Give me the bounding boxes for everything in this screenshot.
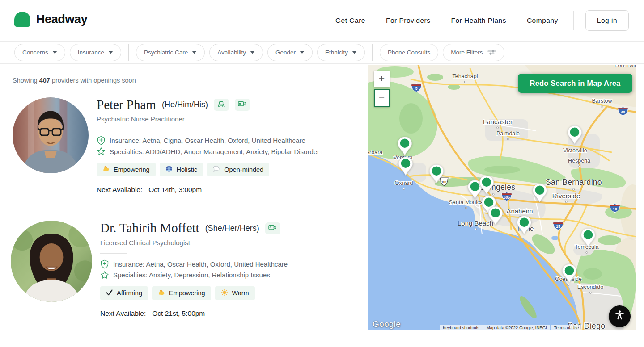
map-label-victorville: Victorville [563,147,587,154]
attribution-item[interactable]: Terms of Use [551,325,582,330]
filter-label: Availability [217,49,246,56]
filter-psychiatric-care[interactable]: Psychiatric Care [136,44,205,61]
next-available-label: Next Available: [97,186,142,193]
map-attribution: Keyboard shortcutsMap data ©2022 Google,… [440,325,582,330]
shield-plus-icon [97,136,106,145]
map-label-text: Oxnard [395,180,413,186]
map-label-dot [507,138,509,140]
map-pin[interactable] [580,228,596,247]
map-pin[interactable] [479,175,494,195]
filter-bar: ConcernsInsurancePsychiatric CareAvailab… [0,41,644,64]
tag-label: Empowering [114,166,150,173]
nav-link-company[interactable]: Company [527,17,558,25]
filter-more-filters[interactable]: More Filters [443,44,504,61]
title-divider [97,130,123,130]
provider-card-body: Peter Pham(He/Him/His)Psychiatric Nurse … [97,97,319,194]
caret-down-icon [352,51,357,54]
map-pin[interactable] [398,156,413,176]
google-logo[interactable]: Google [373,319,401,329]
muscle-icon [158,289,165,297]
map-label-santa-monica: Santa Monica [449,199,483,209]
filter-gender[interactable]: Gender [267,44,313,61]
caret-down-icon [52,51,57,54]
nav-link-for-health-plans[interactable]: For Health Plans [451,17,506,25]
map-label-fort-irwin: Fort Irwin [614,65,636,68]
map-pin[interactable] [532,183,547,203]
filter-phone-consults[interactable]: Phone Consults [380,44,438,61]
map-pin[interactable] [567,125,582,145]
provider-name[interactable]: Peter Pham [97,97,156,112]
tag-empowering: Empowering [152,286,211,300]
specialties-line: Specialties: ADD/ADHD, Anger Management,… [97,147,319,156]
provider-title: Licensed Clinical Psychologist [100,239,288,247]
insurance-text: Insurance: Aetna, Cigna, Oscar Health, O… [110,137,305,144]
specialties-text: Specialties: ADD/ADHD, Anger Management,… [110,148,319,155]
tag-affirming: Affirming [100,286,148,300]
login-button[interactable]: Log in [585,10,629,31]
map-label-text: Tehachapi [453,73,478,79]
map-label-escondido: Escondido [577,284,603,294]
accessibility-widget-button[interactable] [609,305,631,327]
next-available-value: Oct 21st, 5:00pm [152,309,205,317]
redo-search-button[interactable]: Redo Search in Map Area [518,74,632,93]
map-label-text: Palmdale [496,130,520,137]
video-badge [265,222,280,234]
provider-name[interactable]: Dr. Tahirih Moffett [100,221,199,235]
nav-link-get-care[interactable]: Get Care [335,17,365,25]
filter-availability[interactable]: Availability [209,44,263,61]
provider-title: Psychiatric Nurse Practitioner [97,115,319,123]
filter-ethnicity[interactable]: Ethnicity [317,44,365,61]
sun-icon [221,289,228,297]
tag-label: Open-minded [224,166,263,173]
tag-warm: Warm [215,286,255,300]
map-label-text: Anaheim [506,207,533,215]
map-label-dot [474,228,476,230]
map-pin[interactable] [397,136,412,156]
map-label-text: Santa Barbara [368,149,382,155]
map-pin[interactable] [429,164,444,184]
tag-label: Warm [232,289,249,297]
nav-link-for-providers[interactable]: For Providers [386,17,431,25]
svg-text:40: 40 [621,110,625,114]
filter-concerns[interactable]: Concerns [14,44,65,61]
interstate-shield-15: 15 [553,221,564,232]
sliders-icon [487,49,496,56]
filter-label: Insurance [78,49,104,56]
map-label-dot [589,292,592,294]
map-label-dot [465,207,467,209]
provider-pronouns: (She/Her/Hers) [205,224,259,233]
provider-avatar[interactable] [13,97,89,173]
title-divider [100,253,127,254]
results-count: 407 [39,77,50,84]
map-label-text: Lancaster [483,118,513,125]
map-pin[interactable] [517,215,532,235]
map-pin[interactable] [562,263,577,283]
map-label-text: Riverside [552,192,580,200]
nav-divider [573,11,574,30]
attribution-item[interactable]: Keyboard shortcuts [440,325,483,330]
muscle-icon [102,165,110,174]
map-label-santa-barbara: Santa Barbara [368,149,382,155]
zoom-out-button[interactable]: − [374,89,390,107]
map-label-dot [497,127,499,129]
tag-empowering: Empowering [97,163,156,176]
map-pin[interactable] [488,206,503,226]
caret-down-icon [250,51,255,54]
globe-icon [165,165,173,174]
provider-avatar[interactable] [11,221,92,302]
tag-label: Affirming [117,289,142,297]
provider-results-list: Showing 407 providers with openings soon… [0,64,368,347]
check-icon [106,289,113,297]
map-label-text: Hesperia [568,158,590,164]
headway-logo[interactable]: Headway [14,12,87,27]
tag-holistic: Holistic [160,163,203,176]
filter-label: Concerns [22,49,48,56]
headway-logo-icon [14,12,30,27]
map[interactable]: TehachapiFort IrwinBarstowLancasterPalmd… [368,65,636,330]
zoom-in-button[interactable]: + [374,71,390,87]
filter-label: Phone Consults [388,49,430,56]
tag-open-minded: Open-minded [207,163,269,176]
tag-label: Empowering [169,289,205,297]
caret-down-icon [192,51,197,54]
filter-insurance[interactable]: Insurance [70,44,121,61]
